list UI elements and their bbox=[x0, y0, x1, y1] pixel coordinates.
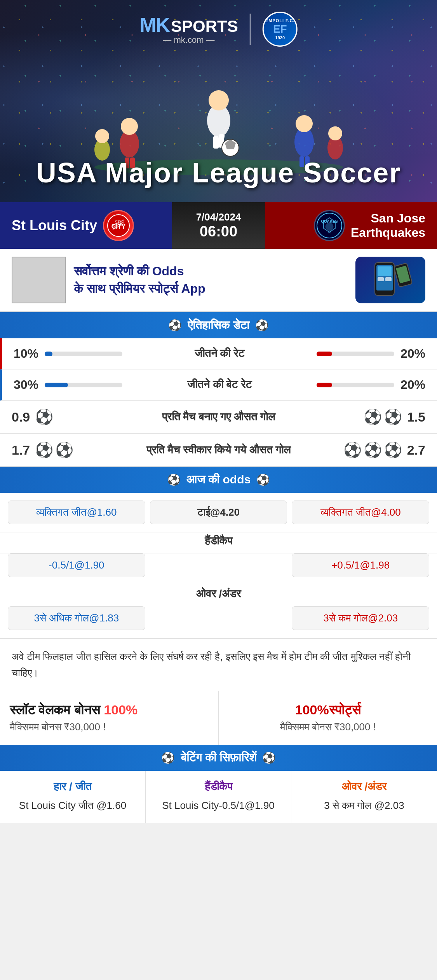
match-center: 7/04/2024 06:00 bbox=[172, 202, 265, 249]
bonus-card-left[interactable]: स्लॉट वेलकम बोनस 100% मैक्सिमम बोनस ₹30,… bbox=[0, 691, 219, 745]
mk-logo-area: MK SPORTS — mk.com — EMPOLI F.C. EF 1920 bbox=[139, 12, 298, 47]
odds-over-home[interactable]: 3से अधिक गोल@1.83 bbox=[8, 606, 145, 630]
historical-header: ⚽ ऐतिहासिक डेटा ⚽ bbox=[0, 312, 437, 338]
betting-header: ⚽ बेटिंग की सिफ़ारिशें ⚽ bbox=[0, 745, 437, 771]
away-team-name: San Jose Earthquakes bbox=[351, 211, 425, 240]
goals-conceded-left-val: 1.7 bbox=[12, 443, 35, 458]
away-team-block: QUAKES SJ San Jose Earthquakes bbox=[265, 202, 437, 249]
odds-tie[interactable]: टाई@4.20 bbox=[150, 500, 287, 524]
odds-win-row[interactable]: व्यक्तिगत जीत@1.60 टाई@4.20 व्यक्तिगत जी… bbox=[0, 493, 437, 532]
svg-point-10 bbox=[296, 115, 313, 132]
betting-type-2: ओवर /अंडर bbox=[299, 780, 429, 793]
home-team-name: St Louis City bbox=[12, 217, 97, 234]
over-under-label-row: ओवर /अंडर bbox=[0, 585, 437, 606]
odds-over-row[interactable]: 3से अधिक गोल@1.83 3से कम गोल@2.03 bbox=[0, 606, 437, 638]
betting-result-0: St Louis City जीत @1.60 bbox=[8, 798, 138, 813]
goals-scored-label: प्रति मैच बनाए गए औसत गोल bbox=[82, 411, 355, 424]
soccer-icon-right: ⚽ bbox=[255, 319, 269, 332]
betting-result-1: St Louis City-0.5/1@1.90 bbox=[153, 798, 283, 813]
goals-conceded-label: प्रति मैच स्वीकार किये गये औसत गोल bbox=[82, 444, 355, 457]
svg-point-14 bbox=[95, 129, 109, 143]
promo-banner: सर्वोत्तम श्रेणी की Odds के साथ प्रीमियर… bbox=[0, 249, 437, 312]
bonus-card-right[interactable]: 100%स्पोर्ट्स मैक्सिमम बोनस ₹30,000 ! bbox=[219, 691, 437, 745]
betting-grid: हार / जीत St Louis City जीत @1.60 हैंडीक… bbox=[0, 771, 437, 823]
goals-conceded-right-val: 2.7 bbox=[402, 443, 425, 458]
odds-home-win[interactable]: व्यक्तिगत जीत@1.60 bbox=[8, 500, 145, 524]
promo-phone-mockup bbox=[355, 257, 425, 303]
over-under-label: ओवर /अंडर bbox=[147, 588, 290, 600]
bet-rate-right-bar bbox=[317, 383, 394, 387]
svg-point-6 bbox=[209, 90, 229, 110]
odds-title: आज की odds bbox=[186, 473, 251, 486]
ball-icon-3: ⚽ bbox=[384, 408, 402, 425]
promo-line1: सर्वोत्तम श्रेणी की Odds bbox=[74, 262, 348, 280]
svg-point-2 bbox=[121, 118, 138, 135]
bonus-right-subtitle: मैक्सिमम बोनस ₹30,000 ! bbox=[229, 721, 428, 733]
bet-rate-left-bar bbox=[45, 383, 122, 387]
betting-col-1: हैंडीकैप St Louis City-0.5/1@1.90 bbox=[146, 771, 291, 823]
mk-brand-block: MK SPORTS — mk.com — bbox=[139, 13, 238, 45]
phone-svg bbox=[367, 261, 414, 299]
win-rate-label: जीतने की रेट bbox=[130, 347, 309, 360]
ball-icon-6: ⚽ bbox=[343, 441, 362, 458]
win-rate-left-bar-fill bbox=[45, 352, 52, 356]
bet-rate-left-val: 30% bbox=[14, 378, 45, 392]
odds-handicap-away[interactable]: +0.5/1@1.98 bbox=[292, 553, 429, 577]
match-date: 7/04/2024 bbox=[196, 211, 241, 223]
svg-text:SJ: SJ bbox=[327, 231, 331, 234]
match-time: 06:00 bbox=[200, 223, 237, 240]
sj-logo: QUAKES SJ bbox=[314, 210, 345, 241]
betting-icon-left: ⚽ bbox=[161, 751, 175, 764]
soccer-icon-left: ⚽ bbox=[168, 319, 182, 332]
handicap-spacer-mid bbox=[150, 553, 287, 577]
empoli-year: 1920 bbox=[275, 35, 285, 40]
historical-title: ऐतिहासिक डेटा bbox=[188, 318, 249, 332]
odds-away-win[interactable]: व्यक्तिगत जीत@4.00 bbox=[292, 500, 429, 524]
svg-rect-32 bbox=[378, 277, 384, 281]
logo-divider bbox=[250, 14, 251, 45]
hero-title: USA Major League Soccer bbox=[36, 157, 401, 189]
bonus-right-title: 100%स्पोर्ट्स bbox=[229, 702, 428, 718]
odds-section: ⚽ आज की odds ⚽ व्यक्तिगत जीत@1.60 टाई@4.… bbox=[0, 467, 437, 638]
note-text: अवे टीम फिलहाल जीत हासिल करने के लिए संघ… bbox=[12, 651, 411, 679]
odds-handicap-home[interactable]: -0.5/1@1.90 bbox=[8, 553, 145, 577]
empoli-badge: EMPOLI F.C. EF 1920 bbox=[263, 12, 298, 47]
betting-title: बेटिंग की सिफ़ारिशें bbox=[181, 751, 257, 765]
stat-row-win-rate: 10% जीतने की रेट 20% bbox=[0, 338, 437, 369]
betting-col-2: ओवर /अंडर 3 से कम गोल @2.03 bbox=[291, 771, 437, 823]
match-row: St Louis City CITY STL 7/04/2024 06:00 Q… bbox=[0, 202, 437, 249]
betting-type-0: हार / जीत bbox=[8, 780, 138, 793]
handicap-label-row: हैंडीकैप bbox=[0, 532, 437, 553]
odds-header: ⚽ आज की odds ⚽ bbox=[0, 467, 437, 493]
bet-rate-label: जीतने की बेट रेट bbox=[130, 378, 309, 391]
handicap-center-label: हैंडीकैप bbox=[147, 535, 290, 548]
text-note: अवे टीम फिलहाल जीत हासिल करने के लिए संघ… bbox=[0, 638, 437, 691]
goals-scored-right-val: 1.5 bbox=[402, 410, 425, 425]
win-rate-left-bar bbox=[45, 352, 122, 356]
promo-image-placeholder bbox=[12, 257, 66, 303]
stat-row-goals-conceded: 1.7 ⚽ ⚽ प्रति मैच स्वीकार किये गये औसत ग… bbox=[0, 434, 437, 467]
win-rate-right-val: 20% bbox=[394, 346, 425, 361]
sports-text: SPORTS bbox=[171, 17, 238, 36]
betting-type-1: हैंडीकैप bbox=[153, 780, 283, 793]
ball-icon-5: ⚽ bbox=[55, 441, 73, 458]
goals-conceded-right-icons: ⚽ ⚽ ⚽ bbox=[355, 441, 402, 458]
bonus-left-title: स्लॉट वेलकम बोनस 100% bbox=[10, 702, 209, 718]
home-team-block: St Louis City CITY STL bbox=[0, 202, 172, 249]
svg-point-27 bbox=[326, 223, 333, 231]
ball-icon-2: ⚽ bbox=[364, 408, 382, 425]
promo-text: सर्वोत्तम श्रेणी की Odds के साथ प्रीमियर… bbox=[74, 262, 348, 298]
bonus-section: स्लॉट वेलकम बोनस 100% मैक्सिमम बोनस ₹30,… bbox=[0, 691, 437, 745]
stl-logo: CITY STL bbox=[103, 210, 134, 241]
odds-over-away[interactable]: 3से कम गोल@2.03 bbox=[292, 606, 429, 630]
mk-letters: MK bbox=[139, 13, 169, 37]
betting-icon-right: ⚽ bbox=[262, 751, 276, 764]
ball-icon-4: ⚽ bbox=[35, 441, 53, 458]
svg-rect-33 bbox=[385, 277, 392, 281]
bonus-left-title-text: स्लॉट वेलकम बोनस bbox=[10, 702, 100, 717]
odds-handicap-row[interactable]: -0.5/1@1.90 +0.5/1@1.98 bbox=[0, 553, 437, 585]
sj-logo-svg: QUAKES SJ bbox=[316, 212, 343, 239]
goals-scored-left-val: 0.9 bbox=[12, 410, 35, 425]
svg-point-16 bbox=[328, 126, 342, 140]
betting-section: ⚽ बेटिंग की सिफ़ारिशें ⚽ हार / जीत St Lo… bbox=[0, 745, 437, 823]
